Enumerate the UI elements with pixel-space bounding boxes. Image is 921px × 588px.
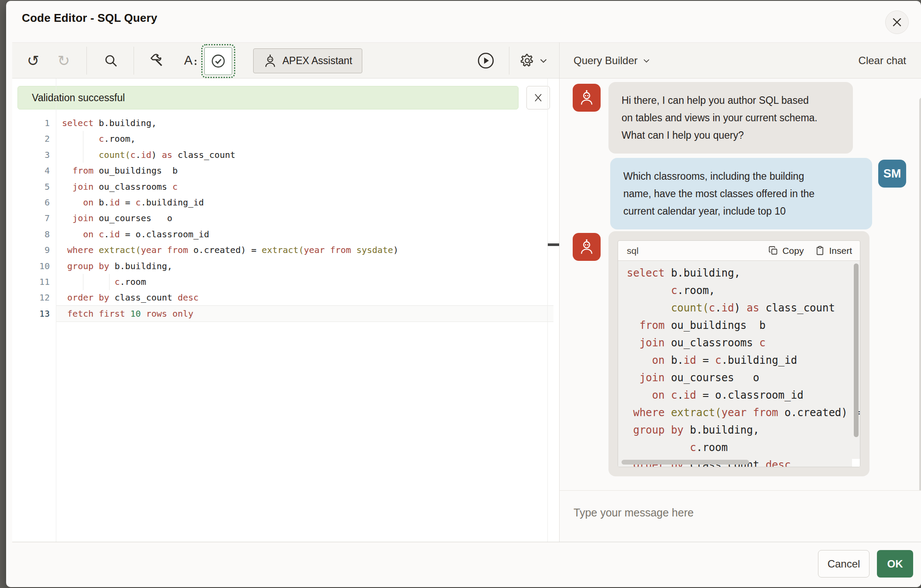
line-number: 4 (12, 163, 50, 178)
line-number: 1 (12, 115, 50, 131)
validate-check-icon (210, 53, 227, 69)
insert-button[interactable]: Insert (815, 246, 852, 256)
code-editor-dialog: Code Editor - SQL Query ↺ ↻ (6, 1, 921, 587)
screen: Code Editor - SQL Query ↺ ↻ (0, 0, 921, 588)
line-number: 10 (12, 258, 50, 274)
indent-guide (83, 274, 83, 290)
banner-dismiss-button[interactable] (526, 86, 550, 109)
assistant-avatar (573, 84, 601, 112)
insert-label: Insert (829, 246, 852, 256)
toolbar-separator (86, 47, 87, 75)
line-number: 7 (12, 210, 50, 226)
assistant-sql-response-card: sql Copy Insert (608, 231, 869, 476)
undo-button[interactable]: ↺ (22, 43, 45, 78)
sql-editor-pane: Validation successful 12345678910111213 … (12, 79, 559, 542)
dialog-footer: Cancel OK (12, 542, 921, 587)
user-avatar: SM (878, 160, 906, 188)
indent-guide (83, 131, 83, 163)
settings-menu-button[interactable] (519, 43, 548, 78)
editor-toolbar: ↺ ↻ A (12, 42, 921, 79)
line-number: 6 (12, 195, 50, 210)
run-play-icon (477, 51, 495, 70)
editor-overview-cursor-mark[interactable] (548, 243, 559, 246)
line-number: 2 (12, 131, 50, 147)
line-number: 9 (12, 242, 50, 258)
cancel-button[interactable]: Cancel (818, 550, 869, 578)
insert-clipboard-icon (815, 246, 825, 256)
line-number: 13 (12, 306, 50, 321)
toolbar-separator (134, 47, 134, 75)
run-button[interactable] (474, 43, 497, 78)
resize-handle[interactable] (915, 577, 921, 587)
validation-banner-text: Validation successful (32, 92, 125, 104)
chevron-down-icon (539, 56, 548, 65)
apex-assistant-label: APEX Assistant (282, 55, 352, 67)
assistant-robot-icon (578, 89, 595, 106)
chevron-down-icon (642, 56, 651, 65)
validate-button[interactable] (204, 47, 232, 75)
message-input[interactable]: Type your message here (574, 506, 694, 519)
assistant-robot-icon (263, 54, 277, 68)
assistant-avatar (573, 233, 601, 261)
line-number: 8 (12, 226, 50, 242)
line-number: 3 (12, 147, 50, 163)
sql-block-horizontal-scrollbar[interactable] (622, 460, 749, 465)
clear-chat-button[interactable]: Clear chat (859, 42, 906, 79)
line-number: 5 (12, 179, 50, 195)
assistant-robot-icon (578, 239, 595, 255)
autoformat-button[interactable] (145, 43, 168, 78)
close-icon (891, 17, 903, 28)
redo-icon: ↻ (58, 53, 70, 68)
case-icon: A (184, 54, 196, 67)
autoformat-hammer-icon (149, 53, 164, 68)
sql-code-editor[interactable]: select b.building, c.room, count(c.id) a… (62, 115, 399, 321)
apex-assistant-button[interactable]: APEX Assistant (253, 48, 362, 73)
sql-block-header: sql Copy Insert (618, 241, 860, 261)
scrollbar-corner (852, 459, 860, 467)
sql-block-code[interactable]: select b.building, c.room, count(c.id) a… (618, 261, 860, 467)
settings-gear-icon (519, 53, 535, 68)
query-builder-label: Query Builder (574, 55, 638, 67)
line-number-gutter: 12345678910111213 (12, 115, 50, 321)
indent-guide (109, 274, 110, 290)
line-number: 12 (12, 290, 50, 305)
query-builder-menu[interactable]: Query Builder (574, 42, 651, 79)
copy-label: Copy (782, 246, 804, 256)
search-icon (103, 53, 119, 68)
chat-input-area: Type your message here (560, 490, 921, 542)
find-button[interactable] (100, 43, 122, 78)
sql-block-vertical-scrollbar[interactable] (854, 263, 859, 437)
dialog-close-button[interactable] (885, 10, 909, 34)
undo-icon: ↺ (27, 53, 40, 68)
apex-assistant-chat-panel: Hi there, I can help you author SQL base… (560, 79, 921, 490)
uppercase-keywords-button[interactable]: A (179, 43, 202, 78)
redo-button[interactable]: ↻ (52, 43, 75, 78)
chat-vertical-scrollbar[interactable] (919, 98, 921, 516)
gutter-border (56, 79, 56, 542)
validation-banner: Validation successful (17, 86, 519, 109)
copy-icon (768, 246, 778, 256)
copy-button[interactable]: Copy (768, 246, 804, 256)
line-number: 11 (12, 274, 50, 290)
editor-scrollbar-track (547, 79, 548, 542)
ok-button[interactable]: OK (877, 550, 913, 578)
sql-block-language-label: sql (627, 246, 757, 256)
dialog-title: Code Editor - SQL Query (22, 11, 157, 25)
assistant-greeting-bubble: Hi there, I can help you author SQL base… (608, 82, 853, 154)
user-message-bubble: Which classrooms, including the building… (610, 158, 872, 229)
toolbar-separator (509, 47, 509, 75)
close-icon (533, 92, 543, 103)
